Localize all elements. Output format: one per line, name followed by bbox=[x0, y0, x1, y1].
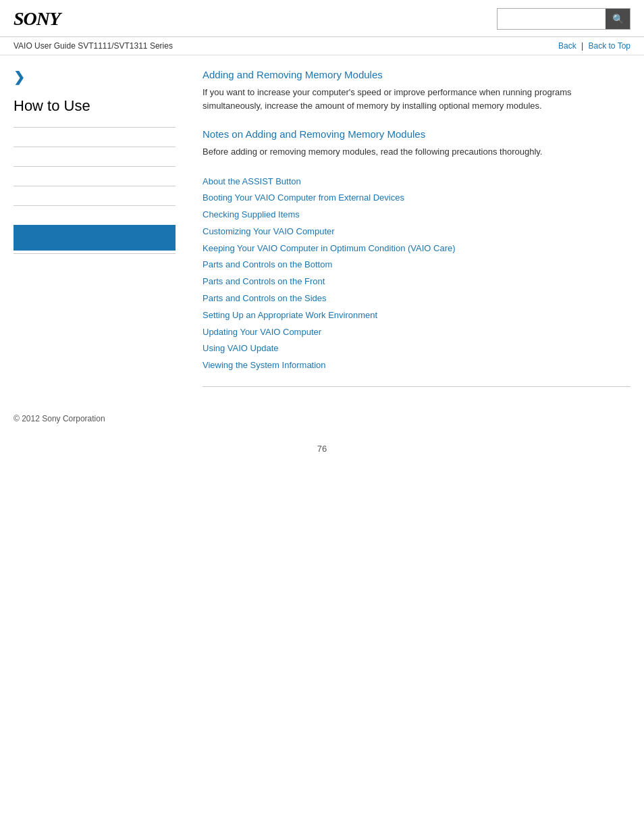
content-link[interactable]: About the ASSIST Button bbox=[203, 175, 630, 189]
sidebar-line-4 bbox=[14, 186, 176, 186]
nav-bar: VAIO User Guide SVT1111/SVT1311 Series B… bbox=[0, 37, 644, 55]
nav-links: Back | Back to Top bbox=[558, 41, 630, 51]
content-link[interactable]: Updating Your VAIO Computer bbox=[203, 325, 630, 340]
sidebar-line-2 bbox=[14, 147, 176, 147]
content-link[interactable]: Booting Your VAIO Computer from External… bbox=[203, 191, 630, 205]
content-link[interactable]: Checking Supplied Items bbox=[203, 208, 630, 222]
search-input[interactable] bbox=[498, 9, 606, 29]
sidebar: ❯ How to Use bbox=[14, 69, 189, 387]
content-link[interactable]: Parts and Controls on the Front bbox=[203, 275, 630, 289]
sidebar-title: How to Use bbox=[14, 97, 176, 115]
back-to-top-link[interactable]: Back to Top bbox=[589, 41, 630, 51]
section1-desc: If you want to increase your computer's … bbox=[203, 86, 630, 112]
back-link[interactable]: Back bbox=[558, 41, 576, 51]
search-button[interactable]: 🔍 bbox=[606, 9, 630, 29]
page-header: SONY 🔍 bbox=[0, 0, 644, 37]
main-content: ❯ How to Use Adding and Removing Memory … bbox=[0, 55, 644, 400]
links-section: About the ASSIST ButtonBooting Your VAIO… bbox=[203, 175, 630, 373]
content-link[interactable]: Parts and Controls on the Sides bbox=[203, 292, 630, 306]
sidebar-line-6 bbox=[14, 253, 176, 254]
sidebar-line-1 bbox=[14, 127, 176, 128]
content-link[interactable]: Parts and Controls on the Bottom bbox=[203, 258, 630, 272]
sidebar-active-item[interactable] bbox=[14, 225, 176, 251]
content-link[interactable]: Viewing the System Information bbox=[203, 359, 630, 373]
search-box: 🔍 bbox=[497, 8, 630, 30]
sidebar-lines bbox=[14, 127, 176, 273]
sidebar-line-3 bbox=[14, 166, 176, 167]
search-icon: 🔍 bbox=[612, 14, 624, 24]
content-link[interactable]: Setting Up an Appropriate Work Environme… bbox=[203, 309, 630, 323]
content-link[interactable]: Keeping Your VAIO Computer in Optimum Co… bbox=[203, 242, 630, 256]
section2-title[interactable]: Notes on Adding and Removing Memory Modu… bbox=[203, 128, 630, 140]
copyright: © 2012 Sony Corporation bbox=[14, 414, 105, 423]
page-number: 76 bbox=[0, 437, 644, 467]
nav-separator: | bbox=[581, 41, 585, 51]
section1-title[interactable]: Adding and Removing Memory Modules bbox=[203, 69, 630, 80]
content-link[interactable]: Using VAIO Update bbox=[203, 342, 630, 356]
content-divider bbox=[203, 386, 630, 387]
sony-logo: SONY bbox=[14, 8, 60, 30]
sidebar-arrow[interactable]: ❯ bbox=[14, 69, 176, 85]
sidebar-line-5 bbox=[14, 205, 176, 206]
guide-title: VAIO User Guide SVT1111/SVT1311 Series bbox=[14, 41, 173, 51]
section2-desc: Before adding or removing memory modules… bbox=[203, 145, 630, 159]
content-area: Adding and Removing Memory Modules If yo… bbox=[189, 69, 630, 387]
footer: © 2012 Sony Corporation bbox=[0, 400, 644, 437]
content-link[interactable]: Customizing Your VAIO Computer bbox=[203, 225, 630, 239]
